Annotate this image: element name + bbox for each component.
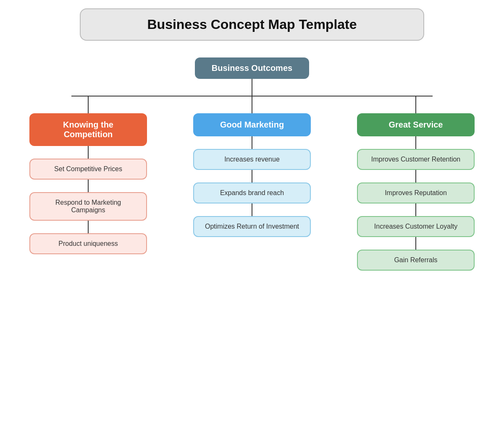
child-gain-referrals: Gain Referrals: [357, 250, 475, 271]
root-node: Business Outcomes: [195, 57, 309, 79]
connector-green-3: [415, 203, 416, 216]
page-title-container: Business Concept Map Template: [80, 8, 424, 41]
category-knowing-competition: Knowing the Competition: [29, 113, 147, 146]
connector-blue-3: [252, 203, 252, 216]
columns-row: Knowing the Competition Set Competitive …: [21, 96, 483, 271]
connector-red-2: [88, 180, 89, 192]
child-expands-brand-reach: Expands brand reach: [193, 182, 311, 203]
column-blue: Good Marketing Increases revenue Expands…: [185, 96, 319, 237]
page-title: Business Concept Map Template: [93, 17, 411, 32]
connector-red-3: [88, 221, 89, 233]
branch-drop-red: [88, 96, 89, 113]
connector-blue-1: [252, 136, 252, 149]
child-product-uniqueness: Product uniqueness: [29, 233, 147, 254]
column-green: Great Service Improves Customer Retentio…: [349, 96, 483, 271]
connector-green-2: [415, 170, 416, 182]
connector-green-4: [415, 237, 416, 250]
branch-drop-blue: [252, 96, 252, 113]
column-red: Knowing the Competition Set Competitive …: [21, 96, 155, 254]
horizontal-branch-line: [71, 96, 433, 96]
child-improves-reputation: Improves Reputation: [357, 182, 475, 203]
child-optimizes-roi: Optimizes Return of Investment: [193, 216, 311, 237]
child-set-competitive-prices: Set Competitive Prices: [29, 159, 147, 180]
connector-green-1: [415, 136, 416, 149]
category-good-marketing: Good Marketing: [193, 113, 311, 136]
category-great-service: Great Service: [357, 113, 475, 136]
diagram: Business Outcomes Knowing the Competitio…: [8, 57, 496, 271]
child-increases-loyalty: Increases Customer Loyalty: [357, 216, 475, 237]
child-increases-revenue: Increases revenue: [193, 149, 311, 170]
child-improves-retention: Improves Customer Retention: [357, 149, 475, 170]
connector-blue-2: [252, 170, 252, 182]
branch-drop-green: [415, 96, 416, 113]
connector-red-1: [88, 146, 89, 159]
root-connector: [252, 79, 252, 96]
child-respond-marketing: Respond to Marketing Campaigns: [29, 192, 147, 221]
